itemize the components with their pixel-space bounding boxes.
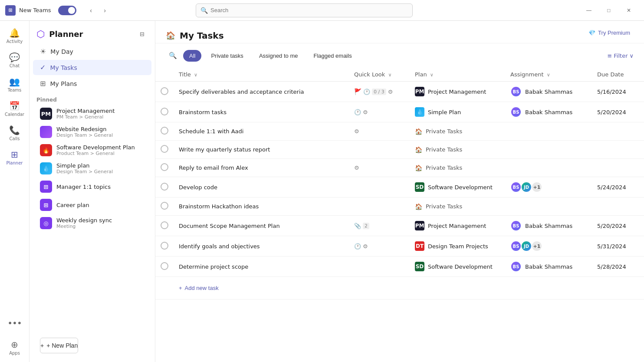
pinned-item-software-development[interactable]: 🔥 Software Development Plan Product Team…	[33, 142, 151, 159]
sidebar-nav-my-day[interactable]: ☀ My Day	[33, 44, 151, 59]
title-sort-icon: ∨	[194, 72, 197, 78]
calendar-icon: 📅	[9, 101, 20, 111]
apps-icon: ⊕	[11, 339, 18, 350]
plan-icon: PM	[415, 221, 424, 230]
col-duedate[interactable]: Due Date	[592, 68, 644, 82]
tab-all[interactable]: All	[183, 50, 201, 62]
table-row: Schedule 1:1 with Aadi ⚙ 🏠 Private Tasks	[155, 122, 644, 141]
task-table: Title ∨ Quick Look ∨ Plan ∨ Assignment	[155, 68, 644, 362]
due-date: 5/20/2024	[592, 216, 644, 236]
add-new-task-button[interactable]: + Add new task	[179, 281, 219, 295]
task-checkbox[interactable]	[161, 221, 168, 229]
plan-cell: 🏠 Private Tasks	[415, 146, 500, 153]
task-title[interactable]: Reply to email from Alex	[174, 159, 349, 177]
plus-icon: +	[40, 342, 44, 349]
col-title[interactable]: Title ∨	[174, 68, 349, 82]
assignment-cell	[505, 159, 592, 177]
task-checkbox[interactable]	[161, 242, 168, 250]
close-button[interactable]: ✕	[619, 3, 639, 17]
task-title[interactable]: Specify deliverables and acceptance crit…	[174, 82, 349, 102]
assignment-cell: BS Babak Shammas	[510, 106, 587, 118]
task-checkbox[interactable]	[161, 183, 168, 191]
sidebar-title: Planner	[49, 30, 131, 39]
pinned-item-career-plan[interactable]: ⊞ Career plan	[33, 196, 151, 214]
table-row: Determine project scope SD Software Deve…	[155, 257, 644, 277]
assignment-cell	[505, 122, 592, 141]
more-icon: •••	[7, 318, 21, 328]
table-row: Specify deliverables and acceptance crit…	[155, 82, 644, 102]
pinned-item-manager-topics[interactable]: ⊞ Manager 1:1 topics	[33, 178, 151, 195]
sidebar-item-activity[interactable]: 🔔 Activity	[3, 24, 26, 47]
back-button[interactable]: ‹	[85, 4, 97, 16]
teams-icon: 👥	[9, 76, 20, 87]
try-premium-button[interactable]: 💎 Try Premium	[585, 28, 634, 38]
pinned-item-weekly-design[interactable]: ◎ Weekly design sync Meeting	[33, 214, 151, 232]
pinned-item-project-management[interactable]: PM Project Management PM Team > General	[33, 105, 151, 122]
plan-cell: 🏠 Private Tasks	[415, 203, 500, 210]
quick-look-cell: 📎 2	[354, 223, 404, 229]
website-redesign-icon	[40, 126, 52, 138]
tab-assigned-to-me[interactable]: Assigned to me	[253, 50, 304, 62]
search-input[interactable]	[210, 7, 408, 13]
filter-icon: ≡	[607, 53, 612, 59]
sidebar: ⬡ Planner ⊟ ☀ My Day ✓ My Tasks ⊞ My Pla…	[30, 21, 155, 362]
pinned-item-simple-plan[interactable]: 💧 Simple plan Design Team > General	[33, 160, 151, 177]
new-teams-toggle[interactable]	[58, 6, 76, 15]
col-checkbox	[155, 68, 174, 82]
task-title[interactable]: Document Scope Management Plan	[174, 216, 349, 236]
assignment-cell	[505, 141, 592, 159]
task-title[interactable]: Brainstorm Hackathon ideas	[174, 197, 349, 216]
task-title[interactable]: Schedule 1:1 with Aadi	[174, 122, 349, 141]
task-title[interactable]: Identify goals and objectives	[174, 236, 349, 257]
app-name: New Teams	[19, 7, 51, 13]
plan-cell: DT Design Team Projects	[415, 241, 500, 251]
sidebar-item-calendar[interactable]: 📅 Calendar	[3, 97, 26, 120]
tab-flagged-emails[interactable]: Flagged emails	[307, 50, 358, 62]
tab-private-tasks[interactable]: Private tasks	[205, 50, 249, 62]
progress-badge: 0 / 3	[372, 89, 386, 95]
sidebar-item-planner[interactable]: ⊞ Planner	[3, 146, 26, 168]
activity-icon: 🔔	[9, 28, 20, 38]
col-plan[interactable]: Plan ∨	[410, 68, 505, 82]
task-checkbox[interactable]	[161, 145, 168, 153]
task-title[interactable]: Develop code	[174, 177, 349, 197]
new-plan-button[interactable]: + + New Plan	[40, 338, 78, 353]
sidebar-expand-button[interactable]: ⊟	[136, 28, 148, 40]
sidebar-item-chat[interactable]: 💬 Chat	[3, 49, 26, 71]
sidebar-item-calls[interactable]: 📞 Calls	[3, 122, 26, 144]
task-title[interactable]: Write my quarterly status report	[174, 141, 349, 159]
col-quicklook[interactable]: Quick Look ∨	[349, 68, 410, 82]
add-task-row: + Add new task	[155, 277, 644, 299]
pinned-item-website-redesign[interactable]: Website Redesign Design Team > General	[33, 123, 151, 141]
sidebar-item-teams[interactable]: 👥 Teams	[3, 73, 26, 95]
task-checkbox[interactable]	[161, 108, 168, 115]
col-assignment[interactable]: Assignment ∨	[505, 68, 592, 82]
task-title[interactable]: Determine project scope	[174, 257, 349, 277]
filter-search-button[interactable]: 🔍	[166, 49, 180, 63]
sidebar-item-apps[interactable]: ⊕ Apps	[3, 336, 26, 359]
avatar: BS	[510, 86, 522, 97]
forward-button[interactable]: ›	[99, 4, 111, 16]
calls-icon: 📞	[9, 125, 20, 135]
quick-look-cell	[349, 197, 410, 216]
plan-icon: SD	[415, 182, 424, 192]
flag-icon: 🚩	[354, 88, 361, 95]
filter-dropdown[interactable]: ≡ Filter ∨	[607, 53, 634, 59]
table-row: Develop code SD Software Development BS	[155, 177, 644, 197]
sidebar-nav-my-tasks[interactable]: ✓ My Tasks	[33, 60, 151, 75]
task-checkbox[interactable]	[161, 127, 168, 135]
nav-arrows: ‹ ›	[85, 4, 111, 16]
minimize-button[interactable]: —	[579, 3, 599, 17]
due-date: 5/20/2024	[592, 102, 644, 122]
task-checkbox[interactable]	[161, 163, 168, 171]
task-checkbox[interactable]	[161, 87, 168, 95]
maximize-button[interactable]: □	[599, 3, 619, 17]
sidebar-item-more[interactable]: •••	[3, 312, 26, 334]
search-bar[interactable]: 🔍	[196, 3, 413, 17]
quick-look-cell: ⚙	[354, 165, 404, 171]
task-checkbox[interactable]	[161, 262, 168, 270]
due-date	[592, 141, 644, 159]
sidebar-nav-my-plans[interactable]: ⊞ My Plans	[33, 76, 151, 91]
task-title[interactable]: Brainstorm tasks	[174, 102, 349, 122]
task-checkbox[interactable]	[161, 202, 168, 210]
